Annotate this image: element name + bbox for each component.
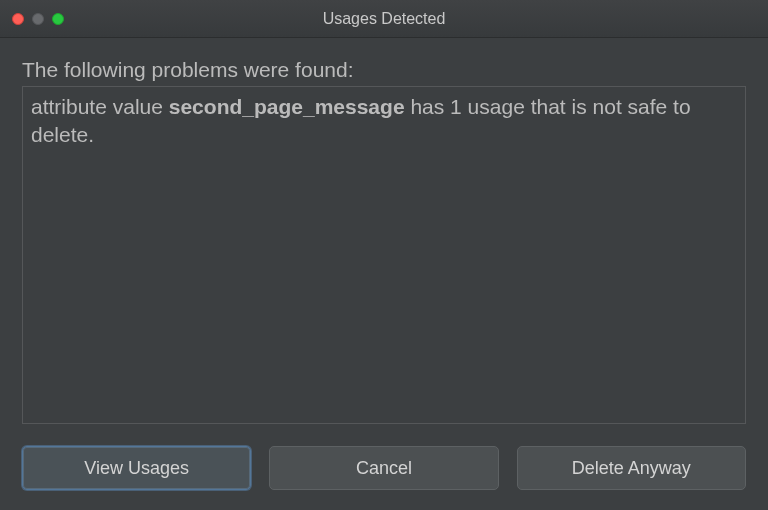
message-panel: attribute value second_page_message has …	[22, 86, 746, 424]
message-identifier: second_page_message	[169, 95, 405, 118]
dialog-content: The following problems were found: attri…	[0, 38, 768, 510]
view-usages-button[interactable]: View Usages	[22, 446, 251, 490]
delete-anyway-button[interactable]: Delete Anyway	[517, 446, 746, 490]
window-controls	[12, 13, 64, 25]
window-title: Usages Detected	[323, 10, 446, 28]
zoom-icon[interactable]	[52, 13, 64, 25]
problems-heading: The following problems were found:	[22, 58, 746, 82]
button-row: View Usages Cancel Delete Anyway	[22, 446, 746, 490]
titlebar: Usages Detected	[0, 0, 768, 38]
close-icon[interactable]	[12, 13, 24, 25]
dialog-window: Usages Detected The following problems w…	[0, 0, 768, 510]
cancel-button[interactable]: Cancel	[269, 446, 498, 490]
message-prefix: attribute value	[31, 95, 169, 118]
minimize-icon	[32, 13, 44, 25]
